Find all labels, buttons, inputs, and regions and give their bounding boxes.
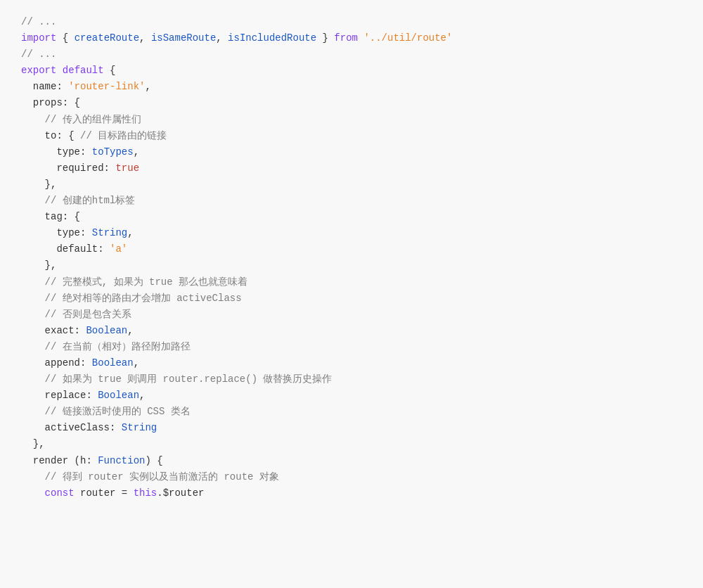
code-token: Boolean: [92, 357, 134, 369]
code-token: }: [316, 32, 334, 44]
code-token: props: {: [21, 97, 80, 108]
code-token: isSameRoute: [151, 32, 216, 44]
code-token: 'router-link': [68, 81, 145, 92]
code-token: tag: {: [21, 211, 80, 222]
code-line: // 得到 router 实例以及当前激活的 route 对象: [21, 469, 682, 485]
code-line: },: [21, 177, 682, 193]
code-token: ,: [134, 146, 139, 158]
code-token: [21, 471, 45, 482]
code-line: // 传入的组件属性们: [21, 112, 682, 128]
code-line: // 否则是包含关系: [21, 307, 682, 323]
code-token: ,: [145, 81, 150, 92]
code-token: // 创建的html标签: [45, 195, 136, 206]
code-line: to: { // 目标路由的链接: [21, 128, 682, 144]
code-token: .$router: [157, 487, 204, 499]
code-line: required: true: [21, 160, 682, 177]
code-token: [21, 487, 45, 499]
code-token: default: [63, 65, 104, 76]
code-line: // 绝对相等的路由才会增加 activeClass: [21, 290, 682, 307]
code-token: exact:: [21, 325, 86, 336]
code-token: type:: [21, 227, 92, 238]
code-token: ,: [127, 227, 133, 238]
code-token: ,: [139, 390, 145, 401]
code-token: [21, 114, 45, 125]
code-token: // 传入的组件属性们: [45, 114, 141, 125]
code-token: this: [134, 487, 157, 499]
code-line: default: 'a': [21, 241, 682, 257]
code-token: const: [45, 487, 75, 499]
code-token: type:: [21, 146, 92, 158]
code-token: // ...: [21, 16, 56, 27]
code-token: replace:: [21, 390, 98, 401]
code-line: // 链接激活时使用的 CSS 类名: [21, 404, 682, 420]
code-line: name: 'router-link',: [21, 79, 682, 95]
code-line: const router = this.$router: [21, 485, 682, 501]
code-token: export: [21, 65, 56, 76]
code-token: import: [21, 32, 56, 44]
code-line: // ...: [21, 46, 682, 63]
code-token: from: [334, 32, 358, 44]
code-token: [21, 276, 45, 288]
code-token: [21, 406, 45, 417]
code-line: },: [21, 257, 682, 274]
code-token: Boolean: [86, 325, 127, 336]
code-token: // 在当前（相对）路径附加路径: [45, 341, 191, 352]
code-token: default:: [21, 243, 110, 255]
code-token: // 链接激活时使用的 CSS 类名: [45, 406, 191, 417]
code-token: ) {: [145, 455, 162, 466]
code-token: [21, 373, 45, 385]
code-token: Boolean: [98, 390, 139, 401]
code-editor: // ...import { createRoute, isSameRoute,…: [0, 0, 703, 588]
code-token: String: [122, 422, 157, 433]
code-token: [21, 309, 45, 320]
code-token: ,: [134, 357, 139, 369]
code-line: // 在当前（相对）路径附加路径: [21, 339, 682, 355]
code-line: // 如果为 true 则调用 router.replace() 做替换历史操作: [21, 371, 682, 388]
code-line: // 完整模式, 如果为 true 那么也就意味着: [21, 274, 682, 290]
code-token: activeClass:: [21, 422, 122, 433]
code-line: type: toTypes,: [21, 144, 682, 160]
code-line: type: String,: [21, 225, 682, 241]
code-token: '../util/route': [363, 32, 452, 44]
code-token: isIncludedRoute: [228, 32, 316, 44]
code-token: // 绝对相等的路由才会增加 activeClass: [45, 293, 242, 304]
code-token: ,: [139, 32, 151, 44]
code-token: [21, 195, 45, 206]
code-token: [56, 65, 62, 76]
code-line: activeClass: String: [21, 420, 682, 436]
code-token: [21, 341, 45, 352]
code-token: // 目标路由的链接: [80, 130, 167, 141]
code-token: // 完整模式, 如果为 true 那么也就意味着: [45, 276, 247, 288]
code-token: render (h:: [21, 455, 98, 466]
code-token: createRoute: [75, 32, 139, 44]
code-token: ,: [127, 325, 133, 336]
code-line: export default {: [21, 63, 682, 79]
code-token: append:: [21, 357, 92, 369]
code-token: router =: [75, 487, 134, 499]
code-token: // 如果为 true 则调用 router.replace() 做替换历史操作: [45, 373, 333, 385]
code-token: [21, 293, 45, 304]
code-token: // 得到 router 实例以及当前激活的 route 对象: [45, 471, 279, 482]
code-content: // ...import { createRoute, isSameRoute,…: [21, 14, 682, 501]
code-token: to: {: [21, 130, 80, 141]
code-token: toTypes: [92, 146, 134, 158]
code-line: props: {: [21, 95, 682, 111]
code-token: required:: [21, 162, 115, 174]
code-token: // ...: [21, 49, 56, 60]
code-line: render (h: Function) {: [21, 453, 682, 469]
code-token: {: [104, 65, 116, 76]
code-token: Function: [98, 455, 145, 466]
code-token: 'a': [110, 243, 127, 255]
code-token: name:: [21, 81, 68, 92]
code-line: import { createRoute, isSameRoute, isInc…: [21, 30, 682, 46]
code-line: },: [21, 436, 682, 452]
code-token: // 否则是包含关系: [45, 309, 131, 320]
code-token: String: [92, 227, 127, 238]
code-token: },: [21, 179, 56, 190]
code-token: true: [115, 162, 139, 174]
code-token: {: [56, 32, 74, 44]
code-line: exact: Boolean,: [21, 323, 682, 339]
code-line: replace: Boolean,: [21, 388, 682, 404]
code-line: // 创建的html标签: [21, 193, 682, 209]
code-line: // ...: [21, 14, 682, 30]
